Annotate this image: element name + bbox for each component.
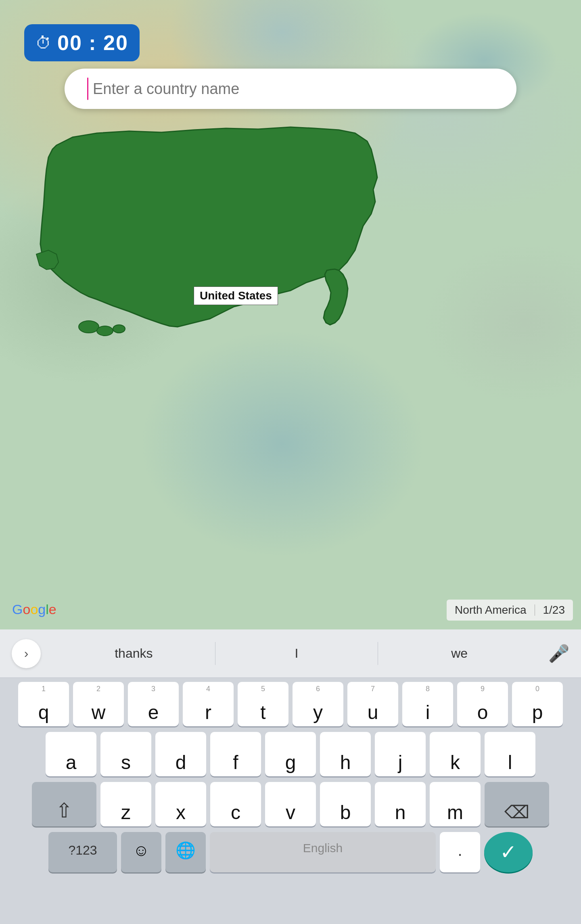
region-badge: North America 1/23 (447, 600, 573, 621)
key-j[interactable]: j (375, 732, 426, 776)
key-p-letter: p (532, 703, 543, 722)
keyboard-row-2: a s d f g h j k l (3, 732, 578, 776)
key-q-number: 1 (42, 685, 46, 692)
space-key[interactable]: English (210, 832, 436, 872)
key-u-number: 7 (371, 685, 375, 692)
key-v-letter: v (286, 803, 295, 822)
key-a-letter: a (66, 753, 77, 772)
key-g-letter: g (285, 753, 296, 772)
region-progress: 1/23 (543, 604, 565, 617)
key-y[interactable]: 6 y (293, 682, 343, 726)
map-area: United States ⏱ 00 : 20 Google North Ame… (0, 0, 581, 629)
key-s-letter: s (121, 753, 131, 772)
backspace-key[interactable]: ⌫ (485, 782, 549, 826)
key-f-letter: f (233, 753, 238, 772)
globe-icon: 🌐 (176, 841, 196, 860)
period-label: . (458, 830, 462, 870)
region-divider (535, 604, 535, 616)
key-d[interactable]: d (155, 732, 206, 776)
key-b[interactable]: b (320, 782, 371, 826)
region-name: North America (455, 604, 526, 617)
key-k-letter: k (450, 753, 460, 772)
key-y-letter: y (313, 703, 323, 722)
key-x-letter: x (176, 803, 186, 822)
suggestion-1[interactable]: thanks (52, 642, 215, 665)
keyboard-row-1: 1 q 2 w 3 e 4 r 5 t 6 y (3, 682, 578, 726)
key-n[interactable]: n (375, 782, 426, 826)
key-t-letter: t (260, 703, 265, 722)
suggestion-2[interactable]: I (215, 642, 378, 665)
key-c-letter: c (231, 803, 240, 822)
key-e-letter: e (148, 703, 159, 722)
svg-point-0 (79, 321, 99, 333)
shift-icon: ⇧ (56, 799, 73, 822)
keyboard-row-4: ?123 ☺ 🌐 English . ✓ (3, 832, 578, 872)
enter-icon: ✓ (500, 840, 517, 864)
suggestion-3[interactable]: we (378, 642, 541, 665)
timer-display: 00 : 20 (57, 31, 128, 55)
key-t[interactable]: 5 t (238, 682, 288, 726)
expand-button[interactable]: › (12, 639, 41, 668)
key-h[interactable]: h (320, 732, 371, 776)
key-u-letter: u (368, 703, 378, 722)
enter-key[interactable]: ✓ (484, 832, 533, 872)
symbols-label: ?123 (68, 843, 97, 858)
key-z[interactable]: z (100, 782, 151, 826)
backspace-icon: ⌫ (504, 802, 529, 822)
keyboard-row-3: ⇧ z x c v b n m ⌫ (3, 782, 578, 826)
space-label: English (303, 828, 343, 868)
search-container[interactable] (65, 69, 516, 109)
shift-key[interactable]: ⇧ (32, 782, 96, 826)
emoji-key[interactable]: ☺ (121, 832, 161, 872)
key-m-letter: m (447, 803, 463, 822)
google-watermark: Google (12, 602, 56, 617)
key-c[interactable]: c (210, 782, 261, 826)
symbols-key[interactable]: ?123 (48, 832, 117, 872)
key-g[interactable]: g (265, 732, 316, 776)
key-o[interactable]: 9 o (457, 682, 508, 726)
key-k[interactable]: k (430, 732, 481, 776)
keyboard-rows: 1 q 2 w 3 e 4 r 5 t 6 y (0, 678, 581, 872)
key-v[interactable]: v (265, 782, 316, 826)
key-x[interactable]: x (155, 782, 206, 826)
key-e[interactable]: 3 e (128, 682, 179, 726)
key-s[interactable]: s (100, 732, 151, 776)
text-cursor (87, 78, 88, 100)
key-m[interactable]: m (430, 782, 481, 826)
suggestions-list: thanks I we (52, 642, 541, 665)
key-b-letter: b (340, 803, 351, 822)
key-d-letter: d (176, 753, 186, 772)
key-i-number: 8 (426, 685, 430, 692)
key-r-letter: r (205, 703, 211, 722)
key-o-number: 9 (481, 685, 485, 692)
key-w-number: 2 (96, 685, 100, 692)
key-q[interactable]: 1 q (18, 682, 69, 726)
emoji-icon: ☺ (133, 841, 150, 859)
country-search-input[interactable] (65, 69, 516, 109)
suggestion-expand[interactable]: › (4, 638, 48, 670)
country-label: United States (194, 286, 278, 305)
key-w-letter: w (92, 703, 106, 722)
key-e-number: 3 (151, 685, 155, 692)
key-t-number: 5 (261, 685, 265, 692)
key-j-letter: j (398, 753, 403, 772)
key-r[interactable]: 4 r (183, 682, 234, 726)
usa-map-shape (24, 113, 387, 363)
key-l[interactable]: l (485, 732, 535, 776)
key-o-letter: o (477, 703, 488, 722)
period-key[interactable]: . (440, 832, 480, 872)
key-p-number: 0 (535, 685, 539, 692)
key-p[interactable]: 0 p (512, 682, 563, 726)
suggestion-bar: › thanks I we 🎤 (0, 629, 581, 678)
key-q-letter: q (38, 703, 49, 722)
key-z-letter: z (121, 803, 131, 822)
key-i[interactable]: 8 i (402, 682, 453, 726)
key-u[interactable]: 7 u (347, 682, 398, 726)
microphone-button[interactable]: 🎤 (541, 638, 577, 670)
timer-icon: ⏱ (36, 34, 52, 52)
key-w[interactable]: 2 w (73, 682, 124, 726)
key-f[interactable]: f (210, 732, 261, 776)
globe-key[interactable]: 🌐 (165, 832, 206, 872)
key-l-letter: l (508, 753, 512, 772)
key-a[interactable]: a (46, 732, 96, 776)
